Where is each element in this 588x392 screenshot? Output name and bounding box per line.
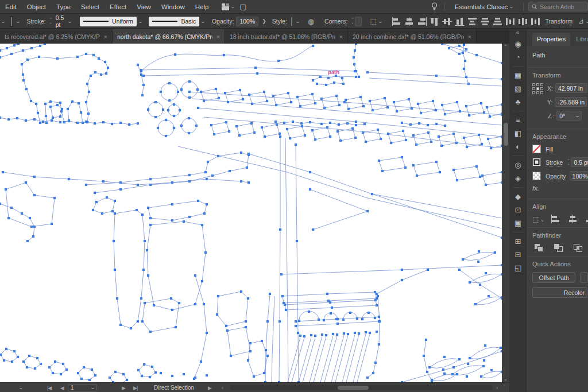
align-right-icon[interactable]	[585, 215, 588, 223]
close-tab-icon[interactable]: ×	[339, 33, 343, 40]
menu-view[interactable]: View	[131, 0, 156, 13]
artboards-icon[interactable]: ⊡	[509, 203, 527, 216]
menu-effect[interactable]: Effect	[105, 0, 131, 13]
status-menu-icon[interactable]: ▶	[208, 383, 211, 392]
menu-type[interactable]: Type	[51, 0, 76, 13]
zoom-level-dropdown[interactable]: ⌄	[17, 383, 23, 392]
angle-chevron-icon[interactable]: ⌄	[574, 113, 579, 118]
first-artboard-icon[interactable]: |◀	[47, 383, 51, 392]
doc-tab-north-dakota[interactable]: north dakota* @ 66.67% (CMYK/Preview) ×	[113, 29, 225, 44]
stroke-weight-chevron-icon[interactable]: ⌄	[67, 19, 72, 24]
color-icon[interactable]: ◉	[509, 37, 527, 51]
horizontal-scroll-thumb[interactable]	[338, 386, 369, 390]
corners-input[interactable]	[355, 17, 362, 26]
fill-none-swatch[interactable]	[532, 145, 541, 153]
doc-tab-18-inch-tractor[interactable]: 18 inch tractor.dxf* @ 51.06% (RGB/Previ…	[225, 29, 348, 44]
pathfinder-intersect-icon[interactable]	[573, 243, 583, 252]
vertical-scrollbar[interactable]: ⌃ ⌄	[502, 44, 509, 382]
pathfinder-unite-icon[interactable]	[534, 243, 544, 252]
align-center-v-icon[interactable]	[442, 17, 452, 26]
rotate-angle-input[interactable]: 0°⌄	[556, 111, 582, 121]
scroll-up-icon[interactable]: ⌃	[502, 44, 509, 49]
previous-artboard-icon[interactable]: ◀	[60, 383, 64, 392]
document-setup-icon[interactable]: ◍	[308, 17, 314, 26]
align-left-icon[interactable]	[392, 17, 401, 26]
transform-label[interactable]: Transform	[545, 18, 572, 25]
cropped-button[interactable]	[580, 272, 588, 283]
style-swatch[interactable]	[291, 17, 292, 26]
close-tab-icon[interactable]: ×	[104, 33, 107, 40]
menu-window[interactable]: Window	[156, 0, 190, 13]
opacity-label[interactable]: Opacity	[546, 173, 566, 180]
distribute-center-icon[interactable]	[480, 17, 490, 26]
vertical-scroll-thumb[interactable]	[504, 123, 508, 146]
doc-tab-recovered[interactable]: ts recovered.ai* @ 6.25% (CMYK/Preview) …	[0, 29, 113, 44]
layers-icon[interactable]: ◆	[509, 190, 527, 203]
distribute-bottom-icon[interactable]	[493, 17, 502, 26]
opacity-input[interactable]: 100%	[570, 171, 588, 181]
scroll-down-icon[interactable]: ⌄	[502, 377, 509, 382]
pathfinder-panel-icon[interactable]: ◱	[509, 261, 527, 274]
fill-label[interactable]: Fill	[546, 146, 553, 153]
menu-object[interactable]: Object	[22, 0, 51, 13]
swatches-icon[interactable]: ▦	[509, 69, 527, 82]
effects-button[interactable]: fx.	[532, 185, 588, 192]
artboard-chevron-icon[interactable]: ⌄	[90, 385, 95, 390]
profile-chevron-icon[interactable]: ⌄	[137, 19, 142, 24]
gradient-icon[interactable]: ◧	[509, 127, 527, 140]
align-center-h-icon[interactable]	[568, 215, 578, 223]
transform-panel-icon[interactable]: ⊞	[509, 235, 527, 248]
align-center-h-icon[interactable]	[404, 17, 414, 26]
brush-dropdown[interactable]: Basic	[149, 17, 199, 26]
reference-point-locator[interactable]	[532, 83, 543, 125]
stroke-label[interactable]: Stroke:	[26, 18, 45, 25]
graphic-styles-icon[interactable]: ◈	[509, 172, 527, 185]
asset-export-icon[interactable]: ▣	[509, 216, 527, 230]
offset-path-button[interactable]: Offset Path	[532, 272, 575, 283]
corners-stepper[interactable]: ⌃⌄	[351, 18, 354, 24]
align-top-icon[interactable]	[430, 17, 439, 26]
tab-properties[interactable]: Properties	[532, 33, 570, 46]
align-bottom-icon[interactable]	[455, 17, 465, 26]
style-label[interactable]: Style:	[272, 18, 287, 25]
menu-help[interactable]: Help	[190, 0, 214, 13]
opacity-expand-icon[interactable]: ❯	[262, 18, 266, 24]
select-similar-chevron-icon[interactable]: ⌄	[377, 19, 382, 24]
opacity-label[interactable]: Opacity:	[212, 18, 234, 25]
symbols-icon[interactable]: ♣	[509, 95, 527, 108]
collapse-dock-icon[interactable]: «	[509, 29, 526, 37]
opacity-value[interactable]: 100%	[236, 17, 258, 26]
brush-chevron-icon[interactable]: ⌄	[200, 19, 206, 24]
stroke-weight-input[interactable]: 0.5 pt	[571, 157, 588, 167]
stroke-weight-value[interactable]: 0.5 pt	[56, 14, 64, 28]
horizontal-scrollbar[interactable]	[230, 385, 493, 390]
hscroll-left-icon[interactable]: ‹	[222, 383, 223, 392]
y-input[interactable]: -26.589 in	[555, 97, 587, 107]
fill-chevron-icon[interactable]: ⌄	[1, 19, 6, 24]
stroke-swatch-chevron-icon[interactable]: ⌄	[15, 19, 20, 24]
stroke-icon[interactable]: ≡	[509, 114, 527, 127]
shape-mode-icon[interactable]: ⊿	[578, 17, 584, 25]
style-chevron-icon[interactable]: ⌄	[295, 19, 300, 24]
brushes-icon[interactable]: ▧	[509, 82, 527, 95]
transparency-icon[interactable]: ◐	[509, 140, 527, 153]
distribute-right-icon[interactable]	[531, 17, 540, 26]
corners-label[interactable]: Corners:	[324, 18, 347, 25]
close-tab-icon[interactable]: ×	[468, 33, 471, 40]
menu-select[interactable]: Select	[76, 0, 105, 13]
align-right-icon[interactable]	[417, 17, 427, 26]
lightbulb-icon[interactable]	[431, 2, 438, 11]
last-artboard-icon[interactable]: ▶|	[133, 383, 137, 392]
artboard-canvas[interactable]: path	[0, 44, 502, 382]
align-panel-icon[interactable]: ⊟	[509, 248, 527, 261]
distribute-top-icon[interactable]	[467, 17, 477, 26]
stroke-swatch[interactable]	[532, 158, 541, 166]
close-tab-icon[interactable]: ×	[216, 33, 220, 40]
distribute-middle-icon[interactable]	[518, 17, 528, 26]
doc-tab-20-inch-combine[interactable]: 20 inch combine.dxf* @ 51.06% (RGB/Previ…	[348, 29, 477, 44]
stroke-label[interactable]: Stroke	[546, 159, 563, 166]
fill-swatch[interactable]	[11, 17, 12, 26]
arrange-documents-icon[interactable]: ⌄	[222, 3, 235, 10]
appearance-icon[interactable]: ◎	[509, 158, 527, 172]
distribute-left-icon[interactable]	[505, 17, 515, 26]
